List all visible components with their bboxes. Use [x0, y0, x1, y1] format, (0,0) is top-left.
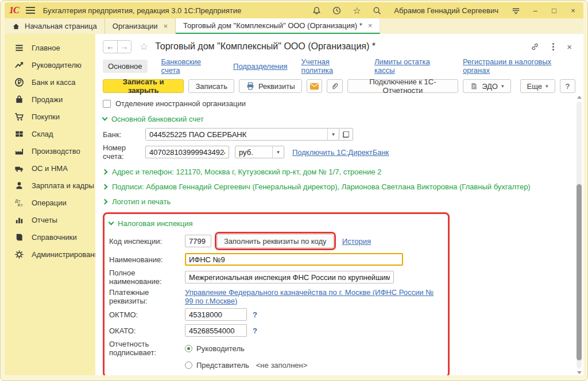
chevron-down-icon[interactable]: ▾ [327, 129, 339, 140]
annotation-highlight-box: Налоговая инспекция Код инспекции: Запол… [103, 212, 450, 375]
home-icon [12, 22, 20, 30]
nav-limity-kassy[interactable]: Лимиты остатка кассы [374, 57, 449, 75]
sidebar-item-operacii[interactable]: ДтКт Операции [5, 194, 95, 211]
link-icon[interactable] [530, 42, 540, 52]
chevron-right-icon [102, 184, 108, 190]
current-user[interactable]: Абрамов Геннадий Сергеевич [394, 6, 498, 15]
scroll-up-icon[interactable] [577, 96, 582, 99]
details-button[interactable]: Реквизиты [239, 79, 302, 93]
scrollbar-thumb[interactable] [577, 184, 582, 360]
sidebar-item-otchety[interactable]: Отчеты [5, 211, 95, 228]
app-window: 1С Бухгалтерия предприятия, редакция 3.0… [0, 0, 588, 381]
section-address-phone[interactable]: Адрес и телефон: 121170, Москва г, Кутуз… [103, 165, 575, 178]
fill-by-code-button[interactable]: Заполнить реквизиты по коду [217, 234, 334, 248]
history-icon[interactable] [331, 5, 342, 15]
oktmo-input[interactable] [185, 308, 247, 321]
more-menu-icon[interactable] [552, 43, 554, 50]
connect-1c-reporting-button[interactable]: Подключение к 1С-Отчетности [347, 79, 458, 93]
history-link[interactable]: История [342, 237, 371, 246]
help-button[interactable]: ? [560, 79, 576, 93]
nav-uchetnaya-politika[interactable]: Учетная политика [301, 57, 361, 75]
trend-chart-icon [14, 60, 24, 70]
bank-combobox[interactable]: ▾ [145, 128, 339, 141]
sidebar-item-prodazhi[interactable]: Продажи [5, 91, 95, 108]
sidebar-item-glavnoe[interactable]: Главное [5, 39, 95, 56]
tab-home-label: Начальная страница [25, 22, 97, 30]
name-label: Наименование: [109, 255, 185, 264]
more-button[interactable]: Еще ▾ [520, 79, 555, 93]
edo-doc-icon [470, 82, 478, 91]
nav-registracii-nalog[interactable]: Регистрации в налоговых органах [463, 57, 575, 75]
1c-logo: 1С [9, 5, 19, 15]
currency-combobox[interactable]: ▾ [235, 146, 284, 158]
back-button[interactable]: ← [103, 41, 117, 53]
chevron-down-icon[interactable]: ▾ [272, 146, 284, 158]
search-icon[interactable] [372, 5, 382, 15]
chevron-expanded-icon [102, 115, 108, 121]
tab-close-icon[interactable]: × [368, 21, 373, 30]
tab-close-icon[interactable]: × [163, 22, 168, 30]
signer-label: Отчетность подписывает: [109, 340, 185, 357]
sidebar-item-rukovoditelyu[interactable]: Руководителю [5, 56, 95, 73]
okato-help-icon[interactable]: ? [253, 326, 257, 335]
okato-input[interactable] [185, 324, 247, 337]
chevron-down-icon: ▾ [501, 83, 504, 89]
gear-icon [14, 250, 24, 259]
save-button[interactable]: Записать [188, 79, 234, 93]
tab-organizations[interactable]: Организации × [105, 18, 176, 34]
inspection-code-input[interactable] [185, 235, 211, 247]
favorites-star-icon[interactable]: ☆ [351, 5, 362, 15]
bank-input[interactable] [146, 129, 327, 140]
sidebar-item-zarplata-kadry[interactable]: Зарплата и кадры [5, 177, 95, 194]
edo-button[interactable]: ЭДО ▾ [463, 79, 510, 93]
sidebar-item-pokupki[interactable]: Покупки [5, 108, 95, 125]
section-signatures[interactable]: Подписи: Абрамов Геннадий Сергеевич (Ген… [103, 180, 575, 193]
organization-form: ← → ☆ Торговый дом "Комплексный" ООО (Ор… [95, 34, 583, 375]
bar-chart-icon [14, 215, 24, 225]
service-settings-icon[interactable] [510, 5, 521, 15]
menu-icon [14, 43, 24, 53]
section-logo-stamp[interactable]: Логотип и печать [103, 195, 575, 208]
bank-open-button[interactable] [339, 128, 353, 141]
account-number-input[interactable] [145, 146, 229, 158]
sidebar-item-sklad[interactable]: Склад [5, 125, 95, 142]
section-bank-header[interactable]: Основной банковский счет [103, 113, 575, 125]
attach-button[interactable] [327, 79, 343, 93]
sidebar-item-proizvodstvo[interactable]: Производство [5, 142, 95, 160]
signer-option2-label: Представитель [196, 361, 249, 370]
payment-details-link[interactable]: Управление Федерального казначейства по … [185, 288, 442, 305]
sidebar-item-administrirovanie[interactable]: Администрирование [5, 246, 95, 263]
close-form-button[interactable]: × [567, 42, 572, 52]
forward-button[interactable]: → [117, 41, 131, 53]
directbank-link[interactable]: Подключить 1С:ДиректБанк [292, 148, 389, 157]
tab-current-organization[interactable]: Торговый дом "Комплексный" ООО (Организа… [176, 18, 380, 34]
foreign-org-checkbox[interactable] [103, 100, 111, 108]
sidebar-item-spravochniki[interactable]: Справочники [5, 228, 95, 246]
save-and-close-button[interactable]: Записать и закрыть [103, 79, 184, 93]
main-menu-icon[interactable] [26, 7, 35, 14]
favorite-star-icon[interactable]: ☆ [140, 41, 148, 53]
maximize-button[interactable]: □ [550, 6, 559, 15]
sidebar-item-os-nma[interactable]: ОС и НМА [5, 160, 95, 177]
currency-input[interactable] [235, 146, 272, 158]
email-button[interactable] [307, 79, 323, 93]
svg-text:Кт: Кт [18, 203, 23, 208]
nav-osnovnoe[interactable]: Основное [103, 60, 148, 73]
minimize-button[interactable]: – [531, 6, 540, 15]
nav-bank-accounts[interactable]: Банковские счета [161, 57, 219, 75]
scroll-down-icon[interactable] [577, 371, 582, 374]
section-tax-header[interactable]: Налоговая инспекция [109, 217, 442, 230]
tab-home[interactable]: Начальная страница [5, 18, 105, 34]
inspection-fullname-input[interactable] [185, 271, 394, 283]
signer-radio-rukovoditel[interactable] [185, 345, 192, 352]
inspection-name-input[interactable] [185, 253, 403, 266]
sidebar-item-bank-kassa[interactable]: Банк и касса [5, 73, 95, 91]
nav-podrazdeleniya[interactable]: Подразделения [233, 62, 288, 71]
signer-radio-predstavitel[interactable] [185, 361, 192, 369]
oktmo-help-icon[interactable]: ? [253, 310, 257, 319]
vertical-scrollbar[interactable] [577, 102, 582, 368]
warehouse-grid-icon [14, 129, 24, 139]
close-window-button[interactable]: × [568, 6, 578, 15]
ruble-circle-icon [14, 77, 24, 87]
notifications-bell-icon[interactable] [311, 5, 322, 15]
